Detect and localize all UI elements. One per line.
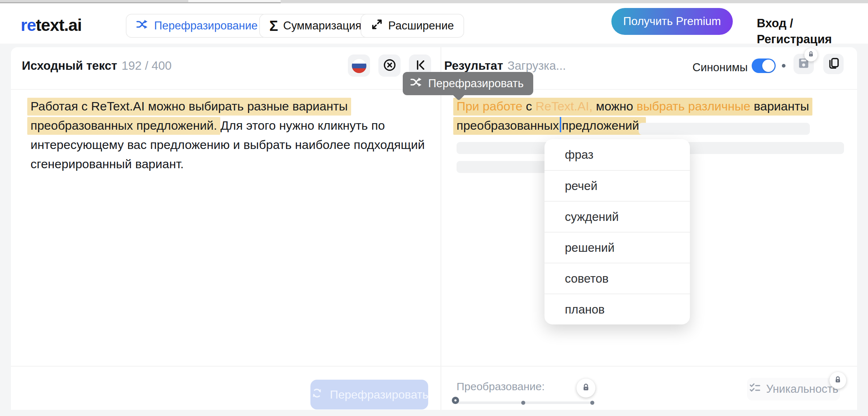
get-premium-button[interactable]: Получить Premium — [611, 8, 733, 35]
lock-icon — [581, 383, 591, 393]
result-text-line-2[interactable]: преобразованныхпредложений. — [457, 116, 643, 135]
toggle-knob — [762, 60, 775, 72]
app-logo[interactable]: retext.ai — [21, 15, 81, 35]
shuffle-icon — [410, 76, 423, 92]
source-title-text: Исходный текст — [22, 59, 117, 72]
header-bar: retext.ai Перефразирование Σ Суммаризаци… — [0, 3, 868, 44]
clear-circle-icon — [382, 58, 397, 74]
collapse-icon — [413, 58, 427, 73]
uniqueness-label: Уникальность — [766, 383, 839, 396]
nav-expand-label: Расширение — [388, 19, 454, 32]
synonym-option[interactable]: речей — [544, 170, 690, 201]
refresh-icon — [310, 386, 324, 403]
russian-flag-icon — [352, 58, 366, 73]
source-text-line-2[interactable]: преобразованных предложений. Для этого н… — [31, 116, 385, 135]
browser-tabstrip — [0, 0, 868, 3]
source-highlight-1: Работая с ReText.AI можно выбирать разны… — [27, 98, 351, 116]
checklist-icon — [749, 381, 761, 397]
source-text-line-4[interactable]: сгенерированный вариант. — [31, 154, 184, 174]
panel-footer-divider — [11, 366, 857, 367]
result-highlight-2: преобразованныхпредложений. — [453, 117, 646, 135]
nav-summarize-button[interactable]: Σ Суммаризация — [259, 14, 371, 38]
synonym-option[interactable]: советов — [544, 263, 690, 294]
nav-paraphrase-button[interactable]: Перефразирование — [126, 14, 268, 38]
synonym-option[interactable]: суждений — [544, 201, 690, 232]
uniqueness-button[interactable]: Уникальность — [747, 378, 840, 400]
transform-label: Преобразование: — [457, 379, 545, 394]
copy-icon — [827, 57, 840, 71]
source-highlight-2: преобразованных предложений. — [27, 117, 220, 135]
changed-word[interactable]: ReText.AI, — [535, 99, 592, 113]
loading-status: Загрузка... — [507, 59, 566, 72]
changed-word[interactable]: выбрать различные — [636, 99, 750, 113]
lock-icon — [807, 51, 815, 59]
result-panel-title: РезультатЗагрузка... — [444, 58, 566, 73]
slider-end-dot[interactable] — [590, 401, 594, 405]
logo-prefix: re — [21, 16, 36, 35]
copy-button[interactable] — [823, 54, 844, 74]
source-text-line-3[interactable]: интересующему вас предложению и выбрать … — [31, 135, 425, 154]
nav-paraphrase-label: Перефразирование — [154, 19, 258, 32]
action-label: Перефразировать — [330, 388, 428, 401]
slider-mid-dot[interactable] — [521, 401, 525, 405]
clear-text-button[interactable] — [378, 54, 401, 77]
expand-icon — [371, 18, 383, 33]
source-plain-2: Для этого нужно кликнуть по — [217, 118, 385, 132]
result-title-text: Результат — [444, 59, 503, 72]
tooltip-label: Перефразировать — [428, 77, 524, 90]
transform-slider-knob[interactable] — [452, 397, 459, 404]
char-counter: 192 / 400 — [122, 59, 172, 72]
logo-suffix: text.ai — [36, 16, 81, 35]
result-text-line-1[interactable]: При работе с ReText.AI, можно выбрать ра… — [457, 97, 809, 116]
sigma-icon: Σ — [269, 19, 278, 33]
skeleton-bar — [639, 123, 810, 135]
paraphrase-tooltip: Перефразировать — [403, 72, 533, 95]
text-caret — [560, 117, 561, 132]
retext-app: retext.ai Перефразирование Σ Суммаризаци… — [0, 0, 868, 416]
uniqueness-lock-badge — [829, 372, 846, 389]
transform-lock-badge — [576, 379, 595, 397]
synonym-option[interactable]: фраз — [544, 139, 690, 170]
shuffle-icon — [136, 18, 149, 34]
synonym-option[interactable]: решений — [544, 232, 690, 263]
login-register-link[interactable]: Вход / Регистрация — [757, 15, 868, 47]
lock-icon — [833, 375, 842, 385]
source-panel-title: Исходный текст192 / 400 — [22, 58, 172, 73]
synonyms-label: Синонимы — [692, 61, 748, 74]
synonyms-dropdown: фраз речей суждений решений советов план… — [544, 139, 690, 324]
panel-divider — [441, 47, 441, 410]
synonyms-toggle[interactable] — [752, 58, 776, 73]
separator-dot — [782, 64, 785, 68]
save-lock-badge — [804, 48, 817, 61]
synonym-option[interactable]: планов — [544, 294, 690, 324]
result-highlight-1: При работе с ReText.AI, можно выбрать ра… — [453, 98, 812, 116]
nav-summarize-label: Суммаризация — [283, 19, 361, 32]
nav-expand-button[interactable]: Расширение — [361, 14, 464, 38]
changed-word[interactable]: При работе — [457, 99, 522, 113]
language-button[interactable] — [348, 54, 370, 77]
paraphrase-action-button[interactable]: Перефразировать — [310, 380, 428, 409]
source-text-line-1[interactable]: Работая с ReText.AI можно выбирать разны… — [31, 97, 348, 116]
